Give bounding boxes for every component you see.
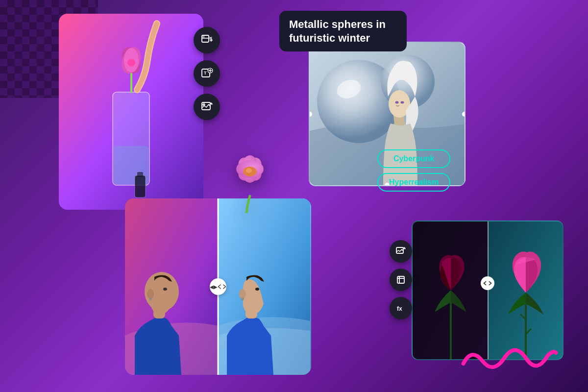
svg-text:T: T [204,71,207,75]
rose-tool-buttons-panel: fx [390,240,412,319]
vase-image-card [59,14,203,210]
svg-rect-44 [396,247,403,253]
rose-split-arrows-icon [483,281,492,286]
svg-point-32 [246,168,252,173]
fx-button[interactable]: fx [390,297,412,319]
man-image-card [125,198,311,375]
rose-comparison-handle[interactable] [481,276,494,290]
3d-flower-decoration [223,140,277,220]
man-card-ai [218,198,311,375]
selection-handle-mr [462,112,466,117]
ai-generate-button[interactable]: AI [194,27,220,53]
svg-rect-8 [135,175,146,197]
add-text-icon: T [200,67,213,80]
svg-text:fx: fx [397,305,402,312]
comparison-split-handle[interactable] [210,278,226,295]
svg-point-38 [149,297,152,300]
svg-point-25 [395,101,399,104]
selection-handle-tr [462,42,466,45]
squiggle-decoration [461,336,559,382]
ai-icon: AI [200,34,213,47]
selection-handle-bl [309,183,312,186]
add-text-button[interactable]: T [194,60,220,87]
ai-prompt-bubble: Metallic spheres in futuristic winter [279,11,407,51]
man-card-original [125,198,218,375]
hyperrealism-tag[interactable]: Hyperrealism [377,173,450,192]
split-arrows-icon [218,284,226,290]
image-effects-button[interactable] [194,94,220,120]
svg-text:AI: AI [202,36,205,38]
image-effects-icon [200,100,213,113]
crop-button[interactable] [390,269,412,291]
svg-point-36 [163,288,167,291]
enhance-button[interactable] [390,240,412,263]
svg-rect-45 [397,276,404,283]
svg-point-41 [255,288,259,291]
tool-buttons-panel: AI T [194,27,220,120]
prompt-text: Metallic spheres in futuristic winter [289,18,386,44]
svg-point-7 [127,59,135,67]
fx-icon: fx [395,303,406,314]
cyberpunk-tag[interactable]: Cyberpunk [377,149,450,168]
vase-illustration [59,14,203,210]
selection-handle-br [462,183,466,186]
enhance-icon [395,246,406,257]
svg-point-43 [241,297,244,300]
svg-point-18 [203,104,205,106]
svg-rect-9 [137,172,143,177]
crop-icon [395,274,406,285]
style-tags-panel: Cyberpunk Hyperrealism [377,149,450,192]
svg-point-26 [401,101,404,104]
